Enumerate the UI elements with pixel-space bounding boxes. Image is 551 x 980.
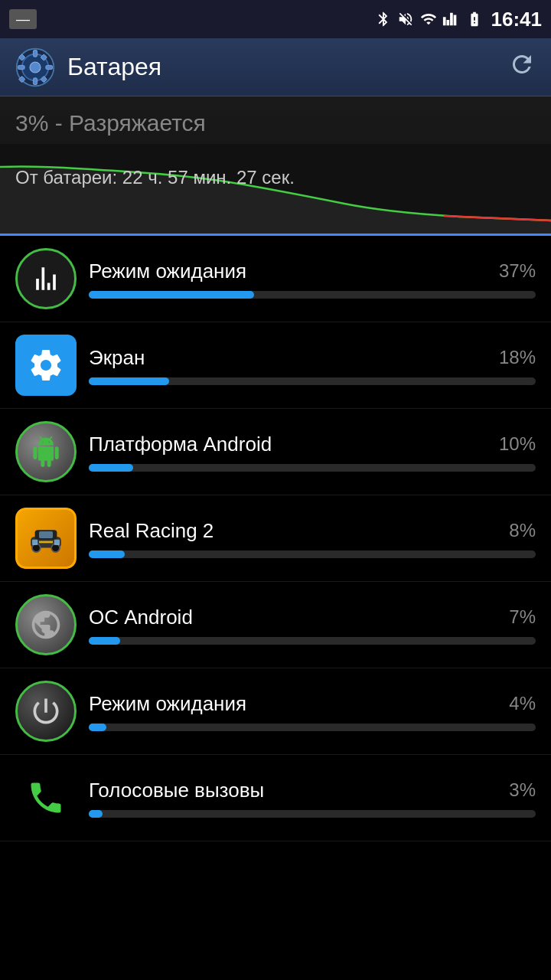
progress-bar-fill xyxy=(89,377,169,385)
progress-bar-fill xyxy=(89,810,103,818)
wifi-icon xyxy=(419,11,438,28)
progress-bar-fill xyxy=(89,550,125,558)
svg-rect-16 xyxy=(32,540,37,545)
header: Батарея xyxy=(0,38,551,96)
svg-point-2 xyxy=(30,62,41,73)
list-item[interactable]: Голосовые вызовы 3% xyxy=(0,755,551,841)
progress-bar-bg xyxy=(89,464,536,472)
app-icon-standby xyxy=(15,248,77,309)
refresh-button[interactable] xyxy=(508,51,536,83)
progress-bar-fill xyxy=(89,464,133,472)
app-icon-android-platform xyxy=(15,421,77,482)
svg-rect-18 xyxy=(39,531,53,538)
signal-icon xyxy=(442,11,459,28)
item-name: Real Racing 2 xyxy=(89,519,214,543)
item-content: ОС Android 7% xyxy=(89,606,536,645)
item-percent: 10% xyxy=(499,433,536,455)
battery-chart: От батареи: 22 ч. 57 мин. 27 сек. xyxy=(0,144,551,236)
list-item[interactable]: Режим ожидания 4% xyxy=(0,668,551,755)
item-content: Режим ожидания 37% xyxy=(89,260,536,299)
item-content: Платформа Android 10% xyxy=(89,433,536,472)
item-name: Экран xyxy=(89,346,145,370)
item-name: ОС Android xyxy=(89,606,193,629)
svg-rect-17 xyxy=(54,540,60,545)
battery-icon xyxy=(464,11,485,28)
progress-bar-bg xyxy=(89,377,536,385)
refresh-icon xyxy=(508,51,536,78)
battery-time-label: От батареи: 22 ч. 57 мин. 27 сек. xyxy=(15,167,295,188)
item-content: Режим ожидания 4% xyxy=(89,692,536,731)
progress-bar-bg xyxy=(89,291,536,299)
status-left: — xyxy=(9,9,37,29)
item-percent: 3% xyxy=(509,779,536,801)
item-name: Режим ожидания xyxy=(89,692,246,716)
app-icon-os-android xyxy=(15,594,77,655)
svg-rect-3 xyxy=(33,50,37,57)
app-icon-power-standby xyxy=(15,681,77,742)
page-title: Батарея xyxy=(67,53,161,81)
item-percent: 7% xyxy=(509,606,536,628)
item-content: Экран 18% xyxy=(89,346,536,385)
status-right: 16:41 xyxy=(375,8,543,31)
item-percent: 18% xyxy=(499,347,536,368)
item-name: Голосовые вызовы xyxy=(89,779,264,802)
app-icon-voice xyxy=(15,767,77,828)
settings-gear-icon xyxy=(15,47,55,87)
list-item[interactable]: ОС Android 7% xyxy=(0,582,551,668)
progress-bar-fill xyxy=(89,637,120,645)
svg-rect-6 xyxy=(46,65,53,69)
progress-bar-bg xyxy=(89,550,536,558)
list-item[interactable]: Платформа Android 10% xyxy=(0,409,551,495)
item-percent: 4% xyxy=(509,693,536,714)
back-icon: — xyxy=(16,11,30,28)
svg-rect-5 xyxy=(18,65,24,69)
progress-bar-fill xyxy=(89,291,254,299)
item-content: Real Racing 2 8% xyxy=(89,519,536,558)
back-button[interactable]: — xyxy=(9,9,37,29)
header-left: Батарея xyxy=(15,47,161,87)
list-item[interactable]: Экран 18% xyxy=(0,322,551,409)
mute-icon xyxy=(396,11,415,28)
item-name: Режим ожидания xyxy=(89,260,246,283)
bluetooth-icon xyxy=(375,11,392,28)
item-percent: 37% xyxy=(499,260,536,282)
progress-bar-fill xyxy=(89,724,106,731)
battery-section: 3% - Разряжается От батареи: 22 ч. 57 ми… xyxy=(0,96,551,236)
item-content: Голосовые вызовы 3% xyxy=(89,779,536,818)
list-item[interactable]: Режим ожидания 37% xyxy=(0,236,551,322)
progress-bar-bg xyxy=(89,724,536,731)
list-item[interactable]: Real Racing 2 8% xyxy=(0,495,551,582)
battery-items-list: Режим ожидания 37% Экран 18% Платформа A… xyxy=(0,236,551,841)
item-percent: 8% xyxy=(509,520,536,541)
progress-bar-bg xyxy=(89,637,536,645)
blue-separator-line xyxy=(0,234,551,236)
svg-rect-4 xyxy=(33,77,37,84)
app-icon-display xyxy=(15,335,77,396)
svg-rect-19 xyxy=(39,541,53,544)
battery-percent-text: 3% - Разряжается xyxy=(0,96,551,144)
item-name: Платформа Android xyxy=(89,433,272,456)
battery-chart-svg xyxy=(0,144,551,236)
clock: 16:41 xyxy=(491,8,543,31)
status-icons xyxy=(375,11,485,28)
progress-bar-bg xyxy=(89,810,536,818)
app-icon-real-racing xyxy=(15,508,77,569)
status-bar: — 16:41 xyxy=(0,0,551,38)
